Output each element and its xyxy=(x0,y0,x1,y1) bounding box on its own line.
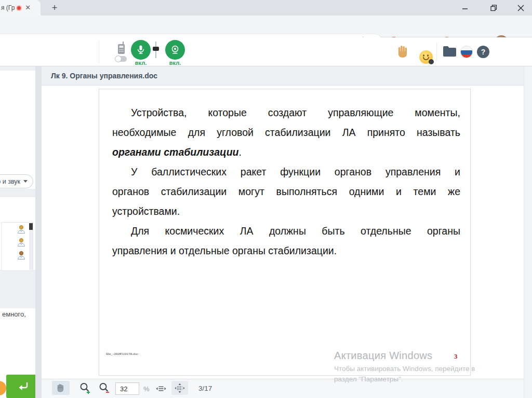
slide-file-note: file_-2028510159.doc xyxy=(106,352,138,356)
phone-toggle[interactable] xyxy=(115,56,127,62)
doc-line-tail: . xyxy=(238,146,241,158)
device-button-label: о и звук xyxy=(0,178,20,185)
audio-video-settings-button[interactable]: о и звук xyxy=(0,174,33,188)
doc-line: Для космических ЛА должны быть отдельные… xyxy=(112,221,460,241)
window-minimize-button[interactable] xyxy=(455,0,475,16)
microphone-icon xyxy=(135,44,147,56)
window-restore-button[interactable] xyxy=(483,0,504,16)
bold-italic-phrase: органами стабилизации xyxy=(112,146,238,158)
doc-line: У баллистических ракет функции органов у… xyxy=(112,162,460,182)
enter-arrow-icon xyxy=(16,381,30,392)
phone-icon xyxy=(116,42,127,57)
chevron-down-icon xyxy=(23,180,28,183)
window-close-button[interactable] xyxy=(510,0,531,16)
participants-scrollbar[interactable] xyxy=(29,223,33,270)
webcam-icon xyxy=(169,44,181,56)
fit-width-button[interactable] xyxy=(155,383,167,396)
participant-avatar-icon xyxy=(16,237,26,248)
language-flag-icon[interactable] xyxy=(460,46,473,58)
document-header: Лк 9. Органы управления.doc xyxy=(42,66,532,86)
help-icon[interactable]: ? xyxy=(477,46,489,58)
browser-tab-bar: я (Гр ✕ + xyxy=(0,0,532,16)
participant-avatar-icon xyxy=(16,224,26,235)
webcam-button[interactable] xyxy=(165,40,185,60)
address-bar-row: sh/videoconference.html?e=c2VydmVyQWRkcm… xyxy=(0,16,532,37)
doc-line: устройствами. xyxy=(112,201,460,221)
participants-scrollbar-thumb[interactable] xyxy=(29,223,33,230)
watermark-line: Чтобы активировать Windows, перейдите в xyxy=(334,364,532,374)
participant-row[interactable] xyxy=(2,249,33,262)
zoom-in-button[interactable] xyxy=(79,382,91,396)
participant-row[interactable] xyxy=(2,223,33,236)
document-text: Устройства, которые создают управляющие … xyxy=(112,103,460,260)
viewer-scrollbar[interactable] xyxy=(524,66,532,398)
chat-send-button[interactable] xyxy=(6,375,39,398)
cam-state-label: вкл. xyxy=(165,60,185,66)
chat-message-fragment: емного, xyxy=(2,310,26,318)
doc-line: Устройства, которые создают управляющие … xyxy=(112,103,460,122)
zoom-out-icon xyxy=(98,382,111,394)
watermark-line: раздел "Параметры". xyxy=(334,374,532,385)
doc-line: управления и отдельные органы стабилизац… xyxy=(112,241,460,260)
mic-state-label: вкл. xyxy=(131,60,151,66)
new-tab-button[interactable]: + xyxy=(48,2,61,13)
fit-page-button[interactable] xyxy=(171,381,188,395)
emoji-smiley-icon[interactable] xyxy=(419,50,433,64)
participant-avatar-icon xyxy=(16,250,26,260)
toolbar-divider xyxy=(436,43,437,61)
sidebar-divider xyxy=(0,189,35,197)
sidebar-divider xyxy=(0,270,35,277)
doc-line: необходимые для угловой стабилизации ЛА … xyxy=(112,122,460,142)
conference-toolbar: вкл. вкл. ? Выход xyxy=(0,37,532,66)
tab-title: я (Гр xyxy=(1,4,15,11)
percent-label: % xyxy=(143,385,150,393)
fit-page-icon xyxy=(174,382,185,394)
windows-activation-watermark: Активация Windows Чтобы активировать Win… xyxy=(334,350,532,385)
folder-icon[interactable] xyxy=(443,46,457,59)
document-title: Лк 9. Органы управления.doc xyxy=(51,66,532,85)
zoom-out-button[interactable] xyxy=(98,382,111,396)
pan-hand-icon xyxy=(56,383,65,393)
volume-slider-handle[interactable] xyxy=(153,47,159,51)
pan-tool-button[interactable] xyxy=(52,381,70,395)
participant-row[interactable] xyxy=(2,236,33,249)
fit-width-icon xyxy=(155,383,167,394)
zoom-in-icon xyxy=(79,382,91,394)
tab-close-icon[interactable]: ✕ xyxy=(25,0,31,16)
tab-recording-icon xyxy=(16,5,22,11)
browser-tab[interactable]: я (Гр ✕ xyxy=(0,0,41,16)
sidebar-divider xyxy=(0,66,35,71)
zoom-level-input[interactable] xyxy=(115,382,139,395)
participants-list xyxy=(1,222,33,271)
page-indicator: 3/17 xyxy=(198,385,212,392)
microphone-button[interactable] xyxy=(131,40,151,60)
chat-panel-header xyxy=(0,277,35,308)
toolbar-divider xyxy=(99,40,99,63)
doc-line: органов стабилизации могут выполняться о… xyxy=(112,182,460,201)
watermark-title: Активация Windows xyxy=(334,350,532,362)
panel-divider xyxy=(35,66,42,398)
doc-line: органами стабилизации. xyxy=(112,142,460,162)
raise-hand-icon[interactable] xyxy=(396,44,410,61)
